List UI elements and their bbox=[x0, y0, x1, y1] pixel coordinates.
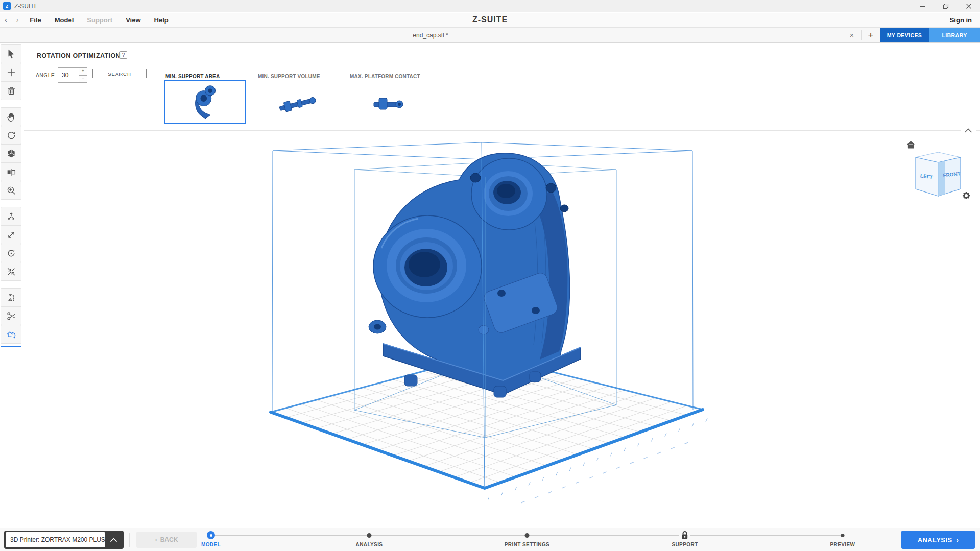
analysis-chevron-icon: › bbox=[957, 536, 959, 544]
active-tool-indicator bbox=[1, 346, 21, 347]
view-settings-gear-icon[interactable] bbox=[962, 191, 971, 200]
minimize-button[interactable] bbox=[911, 0, 934, 12]
menu-support: Support bbox=[80, 16, 119, 24]
option-thumbnail-min-support-volume[interactable] bbox=[257, 80, 337, 124]
left-toolbar bbox=[0, 43, 24, 528]
content: ROTATION OPTIMIZATION ? ANGLE 30 + − SEA… bbox=[0, 43, 980, 528]
bottombar: 3D Printer: ZORTRAX M200 PLUS ‹ BACK MOD… bbox=[0, 528, 980, 551]
toolbar-divider bbox=[0, 100, 24, 108]
printer-expand-chevron-icon[interactable] bbox=[105, 532, 122, 547]
tab-title: end_cap.stl * bbox=[413, 32, 448, 39]
brand-logo: Z-SUITE bbox=[472, 15, 508, 25]
option-label-min-support-area: MIN. SUPPORT AREA bbox=[165, 74, 220, 79]
split-model-button[interactable] bbox=[1, 306, 21, 325]
viewport-3d[interactable]: LEFT FRONT bbox=[24, 131, 980, 528]
restore-button[interactable] bbox=[934, 0, 957, 12]
app-logo-icon: z bbox=[3, 2, 11, 10]
angle-stepper-down[interactable]: − bbox=[79, 76, 87, 83]
fit-to-platform-button[interactable] bbox=[1, 262, 21, 281]
render-mode-button[interactable] bbox=[1, 144, 21, 163]
nav-forward-icon[interactable]: › bbox=[12, 16, 23, 24]
close-window-button[interactable] bbox=[957, 0, 980, 12]
rotation-optimization-button[interactable] bbox=[1, 325, 21, 344]
printer-selector[interactable]: 3D Printer: ZORTRAX M200 PLUS bbox=[4, 531, 124, 549]
search-button[interactable]: SEARCH bbox=[92, 69, 147, 78]
model-end-cap bbox=[369, 153, 581, 397]
angle-input[interactable]: 30 bbox=[58, 67, 79, 83]
option-label-min-support-volume: MIN. SUPPORT VOLUME bbox=[258, 74, 320, 79]
panel-title: ROTATION OPTIMIZATION bbox=[37, 52, 121, 59]
help-icon[interactable]: ? bbox=[119, 51, 127, 59]
delete-button[interactable] bbox=[1, 81, 21, 100]
back-chevron-icon: ‹ bbox=[155, 536, 157, 543]
add-model-button[interactable] bbox=[1, 63, 21, 82]
angle-stepper-up[interactable]: + bbox=[79, 67, 87, 76]
step-analysis-dot bbox=[367, 533, 372, 538]
view-cube-edge-highlight bbox=[938, 161, 945, 196]
my-devices-button[interactable]: MY DEVICES bbox=[880, 28, 929, 42]
scale-tool-button[interactable] bbox=[1, 225, 21, 244]
step-support-lock-icon bbox=[679, 529, 690, 541]
menu-model[interactable]: Model bbox=[48, 16, 81, 24]
step-preview-dot bbox=[841, 534, 845, 537]
select-tool-button[interactable] bbox=[1, 44, 21, 63]
view-cube-widget[interactable]: LEFT FRONT bbox=[906, 141, 972, 201]
nav-back-icon[interactable]: ‹ bbox=[0, 16, 12, 24]
toolbar-divider bbox=[0, 281, 24, 289]
home-view-icon[interactable] bbox=[906, 141, 915, 149]
document-tab[interactable]: end_cap.stl * × bbox=[0, 28, 861, 42]
collapse-panel-button[interactable] bbox=[961, 126, 976, 135]
tab-close-icon[interactable]: × bbox=[850, 28, 854, 42]
step-model-dot bbox=[207, 531, 215, 539]
menu-help[interactable]: Help bbox=[148, 16, 175, 24]
library-button[interactable]: LIBRARY bbox=[929, 28, 980, 42]
lay-flat-button[interactable] bbox=[1, 288, 21, 307]
rotation-optimization-panel: ROTATION OPTIMIZATION ? ANGLE 30 + − SEA… bbox=[24, 43, 980, 131]
analysis-button[interactable]: ANALYSIS › bbox=[901, 531, 975, 549]
mirror-button[interactable] bbox=[1, 162, 21, 181]
move-tool-button[interactable] bbox=[1, 207, 21, 226]
z-suite-app: z Z-SUITE ‹ › File Model Support View He… bbox=[0, 0, 980, 551]
option-thumbnail-max-platform-contact[interactable] bbox=[349, 80, 429, 124]
new-tab-button[interactable]: + bbox=[862, 28, 880, 42]
view-cube[interactable]: LEFT FRONT bbox=[912, 149, 965, 198]
bottombar-separator bbox=[129, 533, 130, 547]
angle-label: ANGLE bbox=[36, 72, 55, 78]
window-title: Z-SUITE bbox=[14, 3, 38, 10]
step-print-settings-dot bbox=[525, 533, 530, 538]
main-area: ROTATION OPTIMIZATION ? ANGLE 30 + − SEA… bbox=[24, 43, 980, 528]
back-button: ‹ BACK bbox=[136, 532, 197, 548]
titlebar: z Z-SUITE bbox=[0, 0, 980, 12]
menu-file[interactable]: File bbox=[23, 16, 47, 24]
tabbar: end_cap.stl * × + MY DEVICES LIBRARY bbox=[0, 28, 980, 43]
rotate-tool-button[interactable] bbox=[1, 244, 21, 262]
option-thumbnail-min-support-area[interactable] bbox=[164, 80, 246, 124]
rotate-view-button[interactable] bbox=[1, 126, 21, 145]
zoom-button[interactable] bbox=[1, 181, 21, 200]
build-plate-scene bbox=[24, 131, 979, 528]
menubar: ‹ › File Model Support View Help Z-SUITE… bbox=[0, 13, 980, 28]
angle-stepper: + − bbox=[79, 67, 87, 83]
option-label-max-platform-contact: MAX. PLATFORM CONTACT bbox=[350, 74, 420, 79]
menu-view[interactable]: View bbox=[119, 16, 147, 24]
printer-name: 3D Printer: ZORTRAX M200 PLUS bbox=[6, 532, 105, 547]
toolbar-divider bbox=[0, 200, 24, 207]
pan-tool-button[interactable] bbox=[1, 107, 21, 126]
sign-in-link[interactable]: Sign in bbox=[950, 16, 980, 24]
